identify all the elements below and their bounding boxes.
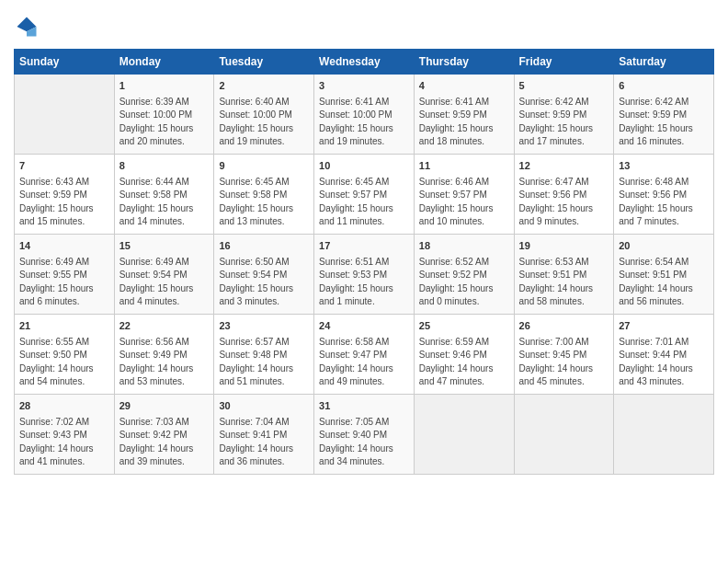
- day-number: 28: [19, 399, 109, 414]
- calendar-cell: 23Sunrise: 6:57 AM Sunset: 9:48 PM Dayli…: [214, 314, 314, 394]
- day-number: 29: [119, 399, 210, 414]
- calendar-cell: [514, 394, 614, 474]
- weekday-header-sunday: Sunday: [15, 50, 115, 75]
- day-number: 12: [519, 159, 609, 174]
- day-number: 6: [619, 79, 709, 94]
- calendar-cell: [614, 394, 714, 474]
- day-number: 24: [319, 319, 409, 334]
- day-number: 30: [219, 399, 309, 414]
- calendar-cell: 18Sunrise: 6:52 AM Sunset: 9:52 PM Dayli…: [414, 234, 514, 314]
- calendar-cell: 2Sunrise: 6:40 AM Sunset: 10:00 PM Dayli…: [214, 75, 314, 155]
- calendar-cell: 29Sunrise: 7:03 AM Sunset: 9:42 PM Dayli…: [114, 394, 214, 474]
- week-row-5: 28Sunrise: 7:02 AM Sunset: 9:43 PM Dayli…: [15, 394, 714, 474]
- week-row-1: 1Sunrise: 6:39 AM Sunset: 10:00 PM Dayli…: [15, 75, 714, 155]
- day-number: 23: [219, 319, 309, 334]
- day-number: 22: [119, 319, 210, 334]
- calendar-cell: 10Sunrise: 6:45 AM Sunset: 9:57 PM Dayli…: [314, 154, 415, 234]
- calendar-cell: 28Sunrise: 7:02 AM Sunset: 9:43 PM Dayli…: [15, 394, 115, 474]
- day-number: 18: [419, 239, 509, 254]
- calendar-cell: 26Sunrise: 7:00 AM Sunset: 9:45 PM Dayli…: [514, 314, 614, 394]
- day-content: Sunrise: 6:39 AM Sunset: 10:00 PM Daylig…: [119, 96, 210, 149]
- day-content: Sunrise: 7:02 AM Sunset: 9:43 PM Dayligh…: [19, 416, 109, 469]
- day-number: 4: [419, 79, 509, 94]
- calendar-cell: 15Sunrise: 6:49 AM Sunset: 9:54 PM Dayli…: [114, 234, 214, 314]
- day-number: 5: [519, 79, 609, 94]
- calendar-cell: 4Sunrise: 6:41 AM Sunset: 9:59 PM Daylig…: [414, 75, 514, 155]
- calendar-cell: 27Sunrise: 7:01 AM Sunset: 9:44 PM Dayli…: [614, 314, 714, 394]
- day-content: Sunrise: 6:41 AM Sunset: 10:00 PM Daylig…: [319, 96, 409, 149]
- calendar-cell: 16Sunrise: 6:50 AM Sunset: 9:54 PM Dayli…: [214, 234, 314, 314]
- day-content: Sunrise: 6:42 AM Sunset: 9:59 PM Dayligh…: [619, 96, 709, 149]
- day-content: Sunrise: 6:46 AM Sunset: 9:57 PM Dayligh…: [419, 176, 509, 229]
- calendar-cell: 31Sunrise: 7:05 AM Sunset: 9:40 PM Dayli…: [314, 394, 415, 474]
- day-content: Sunrise: 6:42 AM Sunset: 9:59 PM Dayligh…: [519, 96, 609, 149]
- day-content: Sunrise: 7:00 AM Sunset: 9:45 PM Dayligh…: [519, 336, 609, 389]
- day-number: 1: [119, 79, 210, 94]
- day-number: 17: [319, 239, 409, 254]
- page-header: [14, 14, 714, 40]
- day-content: Sunrise: 6:44 AM Sunset: 9:58 PM Dayligh…: [119, 176, 210, 229]
- day-content: Sunrise: 6:40 AM Sunset: 10:00 PM Daylig…: [219, 96, 309, 149]
- day-content: Sunrise: 7:05 AM Sunset: 9:40 PM Dayligh…: [319, 416, 409, 469]
- day-number: 21: [19, 319, 109, 334]
- day-number: 11: [419, 159, 509, 174]
- day-content: Sunrise: 6:54 AM Sunset: 9:51 PM Dayligh…: [619, 256, 709, 309]
- day-number: 15: [119, 239, 210, 254]
- calendar-cell: 21Sunrise: 6:55 AM Sunset: 9:50 PM Dayli…: [15, 314, 115, 394]
- day-content: Sunrise: 6:49 AM Sunset: 9:55 PM Dayligh…: [19, 256, 109, 309]
- week-row-2: 7Sunrise: 6:43 AM Sunset: 9:59 PM Daylig…: [15, 154, 714, 234]
- logo: [14, 14, 43, 40]
- weekday-header-row: SundayMondayTuesdayWednesdayThursdayFrid…: [15, 50, 714, 75]
- day-number: 25: [419, 319, 509, 334]
- day-number: 31: [319, 399, 409, 414]
- calendar-cell: 20Sunrise: 6:54 AM Sunset: 9:51 PM Dayli…: [614, 234, 714, 314]
- day-content: Sunrise: 6:41 AM Sunset: 9:59 PM Dayligh…: [419, 96, 509, 149]
- calendar-cell: 1Sunrise: 6:39 AM Sunset: 10:00 PM Dayli…: [114, 75, 214, 155]
- day-content: Sunrise: 6:53 AM Sunset: 9:51 PM Dayligh…: [519, 256, 609, 309]
- weekday-header-monday: Monday: [114, 50, 214, 75]
- day-content: Sunrise: 6:49 AM Sunset: 9:54 PM Dayligh…: [119, 256, 210, 309]
- day-number: 9: [219, 159, 309, 174]
- weekday-header-wednesday: Wednesday: [314, 50, 415, 75]
- calendar-cell: 19Sunrise: 6:53 AM Sunset: 9:51 PM Dayli…: [514, 234, 614, 314]
- day-number: 2: [219, 79, 309, 94]
- day-number: 19: [519, 239, 609, 254]
- weekday-header-tuesday: Tuesday: [214, 50, 314, 75]
- calendar-cell: 6Sunrise: 6:42 AM Sunset: 9:59 PM Daylig…: [614, 75, 714, 155]
- calendar-cell: 8Sunrise: 6:44 AM Sunset: 9:58 PM Daylig…: [114, 154, 214, 234]
- calendar-cell: [414, 394, 514, 474]
- day-number: 7: [19, 159, 109, 174]
- calendar-cell: 13Sunrise: 6:48 AM Sunset: 9:56 PM Dayli…: [614, 154, 714, 234]
- day-number: 16: [219, 239, 309, 254]
- logo-icon: [14, 14, 40, 40]
- day-number: 10: [319, 159, 409, 174]
- day-content: Sunrise: 6:45 AM Sunset: 9:58 PM Dayligh…: [219, 176, 309, 229]
- day-content: Sunrise: 7:01 AM Sunset: 9:44 PM Dayligh…: [619, 336, 709, 389]
- calendar-cell: 25Sunrise: 6:59 AM Sunset: 9:46 PM Dayli…: [414, 314, 514, 394]
- day-content: Sunrise: 6:59 AM Sunset: 9:46 PM Dayligh…: [419, 336, 509, 389]
- day-content: Sunrise: 6:47 AM Sunset: 9:56 PM Dayligh…: [519, 176, 609, 229]
- week-row-3: 14Sunrise: 6:49 AM Sunset: 9:55 PM Dayli…: [15, 234, 714, 314]
- calendar-cell: 12Sunrise: 6:47 AM Sunset: 9:56 PM Dayli…: [514, 154, 614, 234]
- calendar-cell: 9Sunrise: 6:45 AM Sunset: 9:58 PM Daylig…: [214, 154, 314, 234]
- weekday-header-friday: Friday: [514, 50, 614, 75]
- calendar-cell: 3Sunrise: 6:41 AM Sunset: 10:00 PM Dayli…: [314, 75, 415, 155]
- day-content: Sunrise: 6:52 AM Sunset: 9:52 PM Dayligh…: [419, 256, 509, 309]
- day-content: Sunrise: 7:04 AM Sunset: 9:41 PM Dayligh…: [219, 416, 309, 469]
- calendar-table: SundayMondayTuesdayWednesdayThursdayFrid…: [14, 49, 714, 475]
- weekday-header-saturday: Saturday: [614, 50, 714, 75]
- day-number: 27: [619, 319, 709, 334]
- day-content: Sunrise: 6:55 AM Sunset: 9:50 PM Dayligh…: [19, 336, 109, 389]
- calendar-cell: 22Sunrise: 6:56 AM Sunset: 9:49 PM Dayli…: [114, 314, 214, 394]
- day-number: 13: [619, 159, 709, 174]
- calendar-cell: [15, 75, 115, 155]
- day-content: Sunrise: 6:57 AM Sunset: 9:48 PM Dayligh…: [219, 336, 309, 389]
- day-content: Sunrise: 6:43 AM Sunset: 9:59 PM Dayligh…: [19, 176, 109, 229]
- calendar-cell: 24Sunrise: 6:58 AM Sunset: 9:47 PM Dayli…: [314, 314, 415, 394]
- day-content: Sunrise: 6:56 AM Sunset: 9:49 PM Dayligh…: [119, 336, 210, 389]
- calendar-cell: 17Sunrise: 6:51 AM Sunset: 9:53 PM Dayli…: [314, 234, 415, 314]
- week-row-4: 21Sunrise: 6:55 AM Sunset: 9:50 PM Dayli…: [15, 314, 714, 394]
- day-content: Sunrise: 6:51 AM Sunset: 9:53 PM Dayligh…: [319, 256, 409, 309]
- calendar-cell: 11Sunrise: 6:46 AM Sunset: 9:57 PM Dayli…: [414, 154, 514, 234]
- day-number: 8: [119, 159, 210, 174]
